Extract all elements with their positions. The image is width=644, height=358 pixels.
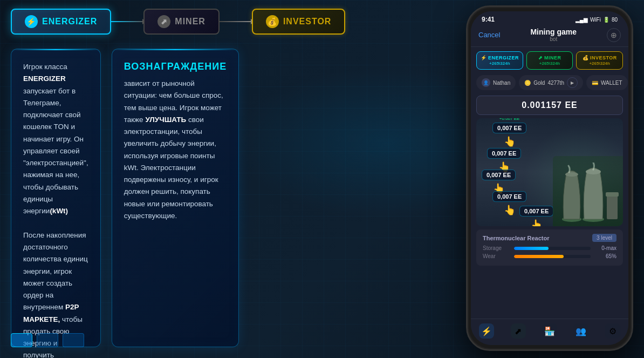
signal-icon: ▂▄▆ [576,17,588,23]
card-energizer-info: Игрок класса ENERGIZER запускает бот в Т… [11,49,101,347]
nav-item-mining[interactable]: ⬈ [511,323,526,339]
balance-display: 0.001157 EE [476,96,623,115]
bold-p2p: P2P МАРКЕТЕ, [23,303,79,323]
battery-icon: 🔋 [603,17,609,23]
connector-2 [220,21,252,22]
nav-social-icon: 👥 [573,323,588,339]
phone-bottom-nav: ⚡ ⬈ 🏪 👥 ⚙ [471,319,628,345]
wear-row: Wear 65% [483,253,616,259]
phone-investor-label: 💰 INVESTOR [579,55,620,60]
phone-mockup: 9:41 ▂▄▆ WiFi 🔋 80 Cancel Mining game bo… [466,5,633,351]
header-title-group: Mining game bot [530,28,577,42]
nav-item-settings[interactable]: ⚙ [605,323,620,339]
phone-header: Cancel Mining game bot ⊕ [471,25,628,47]
app-subtitle: bot [530,36,577,42]
ee-badge-4: 0,007 EE [492,191,526,202]
connector-1 [111,21,143,22]
storage-row: Storage 0-max [483,245,616,251]
nav-market-icon: 🏪 [542,323,557,339]
phone-energizer-value: +265\324h [479,61,520,66]
phone-tab-energizer[interactable]: ⚡ ENERGIZER +265\324h [476,51,523,70]
investor-label: Investor [283,17,332,26]
user-avatar: 👤 [482,78,490,87]
nav-settings-icon: ⚙ [605,323,620,339]
user-pill[interactable]: 👤 Nathan [476,75,516,90]
bold-kwt: (kWt) [50,207,68,215]
bold-upgrade: УЛУЧШАТЬ [145,116,186,124]
reactor-header: Thermonuclear Reactor 3 level [483,234,616,242]
storage-progress-bar [514,247,591,250]
reactor-name: Thermonuclear Reactor [483,235,549,241]
wallet-label: WALLET [601,80,622,86]
cursor-hand-4: 👆 [504,204,516,216]
bold-energizer: ENERGIZER [23,75,66,83]
play-button[interactable]: ▶ [567,77,578,88]
power-plant-svg [556,163,620,222]
wallet-icon: 💳 [592,80,598,86]
card-right-text: зависит от рыночной ситуации: чем больше… [124,78,227,222]
ee-item-1[interactable]: +0.007 EE 0,007 EE 👆 [492,123,526,147]
phone-frame: 9:41 ▂▄▆ WiFi 🔋 80 Cancel Mining game bo… [466,5,633,351]
ee-badge-3: 0,007 EE [482,170,516,180]
wear-value: 65% [595,253,616,259]
tab-investor[interactable]: 💰 Investor [252,9,346,35]
card-reward-info: ВОЗНАГРАЖДЕНИЕ зависит от рыночной ситуа… [112,49,239,347]
ee-plus-1: +0.007 EE [499,118,520,121]
phone-tab-investor[interactable]: 💰 INVESTOR +265\324h [576,51,623,70]
miner-label: Miner [175,17,205,26]
gold-value: 4277th [547,80,564,86]
wear-progress-bar [514,255,591,258]
wear-label: Wear [483,253,510,259]
ee-badge-1: 0,007 EE [492,123,526,133]
svg-rect-5 [606,192,619,197]
wear-progress-fill [514,255,564,258]
miner-icon: ⬈ [157,15,170,28]
reward-title: ВОЗНАГРАЖДЕНИЕ [124,61,227,72]
nav-item-energy[interactable]: ⚡ [479,323,494,339]
investor-icon: 💰 [266,15,279,28]
cursor-hand-5: 👆 [531,219,543,226]
energizer-icon: ⚡ [25,15,38,28]
phone-investor-value: +265\324h [579,61,620,66]
plus-button[interactable]: ⊕ [607,28,621,42]
cursor-hand-1: 👆 [504,136,516,147]
nav-item-social[interactable]: 👥 [573,323,588,339]
reactor-level: 3 level [592,234,616,242]
ee-badge-5: 0,007 EE [519,206,553,217]
gold-icon: 🪙 [524,80,531,86]
tab-item-3[interactable] [63,333,84,347]
status-bar: 9:41 ▂▄▆ WiFi 🔋 80 [471,11,628,25]
power-plant-visual [553,156,623,226]
svg-point-1 [565,172,578,177]
wallet-pill[interactable]: 💳 WALLET [586,75,628,90]
cancel-button[interactable]: Cancel [478,31,500,39]
top-navigation: ⚡ ENERGIZER ⬈ Miner 💰 Investor [11,9,345,35]
tab-miner[interactable]: ⬈ Miner [143,9,220,35]
nav-item-market[interactable]: 🏪 [542,323,557,339]
phone-tab-miner[interactable]: ⬈ MINER +265\324h [526,51,573,70]
decorative-tabs [11,333,84,347]
gold-pill[interactable]: 🪙 Gold 4277th ▶ [519,75,583,90]
reactor-info-panel: Thermonuclear Reactor 3 level Storage 0-… [476,229,623,266]
storage-value: 0-max [595,245,616,251]
user-row: 👤 Nathan 🪙 Gold 4277th ▶ 💳 WALLET [471,73,628,92]
phone-screen: 9:41 ▂▄▆ WiFi 🔋 80 Cancel Mining game bo… [471,11,628,345]
ee-badge-2: 0,007 EE [487,148,521,159]
user-name: Nathan [493,80,510,86]
wifi-icon: WiFi [590,17,601,23]
game-background: +0.007 EE 0,007 EE 👆 0,007 EE 👆 0,007 EE… [476,118,623,226]
tab-item-1[interactable] [11,333,32,347]
tab-energizer[interactable]: ⚡ ENERGIZER [11,9,111,35]
tab-item-2[interactable] [37,333,58,347]
phone-miner-label: ⬈ MINER [529,55,571,60]
storage-progress-fill [514,247,549,250]
nav-energy-icon: ⚡ [479,323,494,339]
energizer-label: ENERGIZER [42,17,97,26]
ee-item-5[interactable]: 0,007 EE 👆 [519,206,553,226]
status-icons: ▂▄▆ WiFi 🔋 80 [576,17,618,23]
phone-miner-value: +265\324h [529,61,571,66]
game-area[interactable]: +0.007 EE 0,007 EE 👆 0,007 EE 👆 0,007 EE… [476,118,623,226]
main-content: Игрок класса ENERGIZER запускает бот в Т… [11,49,191,347]
nav-mining-icon: ⬈ [511,323,526,339]
phone-class-tabs: ⚡ ENERGIZER +265\324h ⬈ MINER +265\324h … [471,47,628,73]
